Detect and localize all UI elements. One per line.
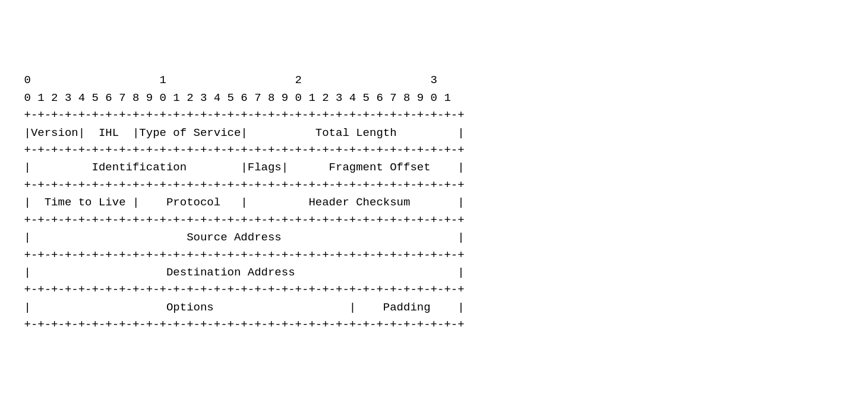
- packet-diagram: 0 1 2 3 0 1 2 3 4 5 6 7 8 9 0 1 2 3 4 5 …: [24, 72, 844, 334]
- diagram-container: 0 1 2 3 0 1 2 3 4 5 6 7 8 9 0 1 2 3 4 5 …: [12, 66, 856, 340]
